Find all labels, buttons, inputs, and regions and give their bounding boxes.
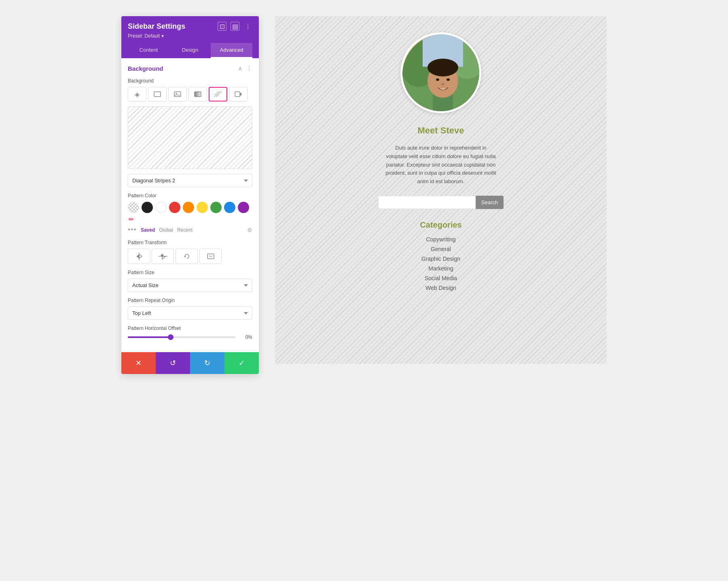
avatar-wrapper [400,32,481,113]
category-graphic-design[interactable]: Graphic Design [421,256,461,262]
sidebar-preview-panel: Meet Steve Duis aute irure dolor in repr… [275,16,607,364]
pattern-preview [128,106,252,169]
rotate-btn[interactable] [176,249,198,264]
tab-advanced[interactable]: Advanced [211,43,252,58]
color-green[interactable] [210,202,222,213]
pattern-size-select[interactable]: Actual Size Stretch Fit Fill Tile [128,279,252,292]
pattern-size-label: Pattern Size [128,270,252,275]
h-offset-row: 0% [128,334,252,340]
color-swatch-row: ✏ [128,202,252,223]
responsive-icon[interactable]: ⊡ [218,22,226,31]
panel-title: Sidebar Settings [128,22,185,31]
section-more-icon[interactable]: ⋮ [246,65,252,72]
color-tab-global[interactable]: Global [159,227,173,233]
background-field-label: Background [128,78,252,84]
panel-header-icons: ⊡ ▤ ⋮ [218,22,252,31]
svg-point-23 [447,78,450,81]
redo-button[interactable]: ↻ [190,352,224,374]
categories-heading: Categories [420,220,461,230]
category-web-design[interactable]: Web Design [425,285,456,291]
more-colors-dots[interactable]: ••• [128,226,137,234]
layout-icon[interactable]: ▤ [231,22,239,31]
svg-rect-3 [195,92,201,97]
color-tab-saved[interactable]: Saved [141,227,155,233]
preset-label[interactable]: Preset: Default ▾ [128,33,252,39]
panel-tabs: Content Design Advanced [128,43,252,58]
panel-title-row: Sidebar Settings ⊡ ▤ ⋮ [128,22,252,31]
svg-point-2 [176,93,177,94]
bg-type-none[interactable]: ◈ [128,87,146,101]
pattern-color-label: Pattern Color [128,193,252,199]
h-offset-label: Pattern Horizontal Offset [128,325,252,331]
search-button[interactable]: Search [476,196,504,209]
meet-name-heading: Meet Steve [418,125,464,136]
reset-button[interactable]: ↺ [156,352,190,374]
range-thumb[interactable] [168,334,174,340]
tab-design[interactable]: Design [169,43,211,58]
category-general[interactable]: General [431,246,451,252]
color-tabs-row: ••• Saved Global Recent ⚙ [128,226,252,234]
category-social-media[interactable]: Social Media [425,275,457,281]
cancel-button[interactable]: ✕ [121,352,156,374]
more-options-icon[interactable]: ⋮ [243,22,252,31]
bg-type-color[interactable] [148,87,167,101]
svg-point-22 [436,78,439,81]
bg-type-gradient[interactable] [188,87,207,101]
pattern-repeat-origin-label: Pattern Repeat Origin [128,298,252,303]
panel-bottom-bar: ✕ ↺ ↻ ✓ [121,352,259,374]
color-black[interactable] [142,202,153,213]
tab-content[interactable]: Content [128,43,169,58]
search-input[interactable] [378,196,476,209]
section-controls: ∧ ⋮ [238,65,252,72]
flip-v-btn[interactable] [152,249,174,264]
color-tab-recent[interactable]: Recent [177,227,193,233]
category-marketing[interactable]: Marketing [428,265,453,272]
bg-type-video[interactable] [229,87,248,101]
avatar-image [402,34,481,113]
reset-transform-btn[interactable] [199,249,222,264]
color-yellow[interactable] [197,202,208,213]
transform-btn-row [128,249,252,264]
svg-point-24 [441,83,444,85]
color-blue[interactable] [224,202,235,213]
color-red[interactable] [169,202,180,213]
svg-rect-12 [209,256,212,257]
h-offset-value: 0% [239,334,252,340]
color-white[interactable] [155,202,167,213]
sidebar-settings-panel: Sidebar Settings ⊡ ▤ ⋮ Preset: Default ▾… [121,16,259,374]
bio-text: Duis aute irure dolor in reprehenderit i… [384,144,497,186]
pattern-select[interactable]: Diagonal Stripes 1 Diagonal Stripes 2 Ho… [128,174,252,187]
color-settings-icon[interactable]: ⚙ [247,227,252,233]
panel-body: Background ∧ ⋮ Background ◈ [121,58,259,352]
color-orange[interactable] [183,202,194,213]
svg-rect-8 [235,92,240,97]
pattern-transform-label: Pattern Transform [128,240,252,245]
svg-rect-0 [154,92,161,97]
color-picker-icon[interactable]: ✏ [129,215,134,223]
section-title: Background [128,65,163,72]
flip-h-btn[interactable] [128,249,150,264]
h-offset-slider[interactable] [128,336,235,338]
bg-type-pattern[interactable] [209,87,227,101]
panel-header: Sidebar Settings ⊡ ▤ ⋮ Preset: Default ▾… [121,16,259,58]
main-container: Sidebar Settings ⊡ ▤ ⋮ Preset: Default ▾… [121,16,607,374]
color-purple[interactable] [238,202,249,213]
background-section-header: Background ∧ ⋮ [128,65,252,72]
bg-type-row: ◈ [128,87,252,101]
range-fill [128,336,171,338]
category-copywriting[interactable]: Copywriting [426,236,455,243]
collapse-icon[interactable]: ∧ [238,65,243,72]
category-list: Copywriting General Graphic Design Marke… [421,236,461,291]
search-bar: Search [378,196,504,209]
save-button[interactable]: ✓ [224,352,259,374]
color-transparent[interactable] [128,202,139,213]
svg-point-21 [427,59,458,76]
pattern-repeat-origin-select[interactable]: Top Left Top Center Top Right Center Bot… [128,306,252,320]
bg-type-image[interactable] [168,87,187,101]
